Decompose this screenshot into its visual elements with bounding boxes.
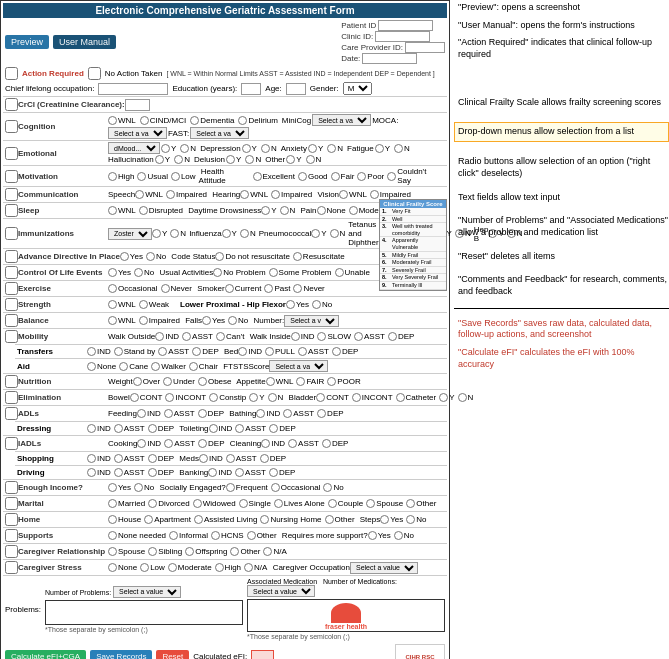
cognition-checkbox[interactable] <box>5 120 18 133</box>
moca-select[interactable]: Select a va <box>108 127 167 139</box>
anxiety-y[interactable]: Y <box>308 144 323 153</box>
other-n[interactable]: N <box>306 155 322 164</box>
exercise-checkbox[interactable] <box>5 282 18 295</box>
motivation-checkbox[interactable] <box>5 170 18 183</box>
immunizations-select[interactable]: Zoster <box>108 228 152 240</box>
no-action-checkbox[interactable] <box>88 67 101 80</box>
efi-value <box>251 650 274 659</box>
caregiver-stress-row: Caregiver Stress None Low Moderate High … <box>3 559 447 575</box>
nutrition-checkbox[interactable] <box>5 375 18 388</box>
strength-checkbox[interactable] <box>5 298 18 311</box>
chief-occupation-input[interactable] <box>98 83 168 95</box>
cognition-wnl[interactable]: WNL <box>108 116 136 125</box>
reset-button[interactable]: Reset <box>156 650 189 659</box>
adls-feeding-row: ADLs Feeding IND ASST DEP Bathing IND AS… <box>3 405 447 421</box>
frailty-item-3: 3. Well with treated comorbidity <box>380 223 446 237</box>
gender-label: Gender: <box>310 84 339 93</box>
adls-checkbox[interactable] <box>5 407 18 420</box>
marital-checkbox[interactable] <box>5 497 18 510</box>
mobility-label: Mobility <box>18 332 108 341</box>
care-provider-input[interactable] <box>405 42 445 53</box>
fast-select[interactable]: Select a va <box>190 127 249 139</box>
communication-label: Communication <box>18 190 108 199</box>
caregiver-occupation-select[interactable]: Select a value <box>350 562 418 574</box>
num-meds-select[interactable]: Select a value <box>247 585 315 597</box>
advance-directive-label: Advance Directive In Place <box>18 252 120 261</box>
crci-checkbox[interactable] <box>5 98 18 111</box>
cognition-delirium[interactable]: Delirium <box>238 116 277 125</box>
communication-checkbox[interactable] <box>5 188 18 201</box>
shopping-label: Shopping <box>17 454 87 463</box>
iadls-driving-row: Driving IND ASST DEP Banking IND ASST DE… <box>15 465 447 479</box>
preview-button[interactable]: Preview <box>5 35 49 49</box>
emotional-checkbox[interactable] <box>5 147 18 160</box>
ftsts-select[interactable]: Select a va <box>269 360 328 372</box>
emotional-select[interactable]: dMood... <box>108 142 160 154</box>
user-manual-button[interactable]: User Manual <box>53 35 116 49</box>
calculate-button[interactable]: Calculate eFI+CGA <box>5 650 86 659</box>
enough-income-checkbox[interactable] <box>5 481 18 494</box>
num-problems-label: Number of Problems: Select a value <box>45 586 243 598</box>
annotation-save-records: "Save Records" saves raw data, calculate… <box>454 318 669 341</box>
balance-row: Balance WNL Impaired Falls Yes No Number… <box>3 312 447 328</box>
falls-number-select[interactable]: Select a v <box>284 315 339 327</box>
adls-label: ADLs <box>18 409 108 418</box>
control-life-checkbox[interactable] <box>5 266 18 279</box>
cognition-cind[interactable]: CIND/MCI <box>140 116 186 125</box>
immunizations-checkbox[interactable] <box>5 227 18 240</box>
iadls-checkbox[interactable] <box>5 437 18 450</box>
home-checkbox[interactable] <box>5 513 18 526</box>
meds-list-box[interactable]: fraser health <box>247 599 445 632</box>
crci-input[interactable] <box>125 99 150 111</box>
hallucination-y[interactable]: Y <box>155 155 170 164</box>
minicog-select[interactable]: Select a va <box>312 114 371 126</box>
sleep-checkbox[interactable] <box>5 204 18 217</box>
sleep-label: Sleep <box>18 206 108 215</box>
depression-y[interactable]: Y <box>242 144 257 153</box>
cognition-label: Cognition <box>18 122 108 131</box>
caregiver-stress-checkbox[interactable] <box>5 561 18 574</box>
age-input[interactable] <box>286 83 306 95</box>
supports-checkbox[interactable] <box>5 529 18 542</box>
adls-dressing-row: Dressing IND ASST DEP Toileting IND ASST… <box>15 421 447 435</box>
caregiver-relationship-checkbox[interactable] <box>5 545 18 558</box>
hallucination-n[interactable]: N <box>174 155 190 164</box>
marital-label: Marital <box>18 499 108 508</box>
annotation-radio: Radio buttons allow selection of an opti… <box>454 156 669 179</box>
delusion-n[interactable]: N <box>245 155 261 164</box>
frailty-scale-box: Clinical Frailty Score 1. Very Fit 2. We… <box>379 199 447 291</box>
date-input[interactable] <box>362 53 417 64</box>
action-required-checkbox[interactable] <box>5 67 18 80</box>
anxiety-n[interactable]: N <box>327 144 343 153</box>
supports-label: Supports <box>18 531 108 540</box>
balance-checkbox[interactable] <box>5 314 18 327</box>
transfers-label: Transfers <box>17 347 87 356</box>
other-y[interactable]: Y <box>286 155 301 164</box>
motivation-row: Motivation High Usual Low Health Attitud… <box>3 165 447 186</box>
chief-occupation-row: Chief lifelong occupation: Education (ye… <box>3 81 447 96</box>
save-button[interactable]: Save Records <box>90 650 152 659</box>
fatigue-y[interactable]: Y <box>375 144 390 153</box>
delusion-y[interactable]: Y <box>226 155 241 164</box>
fatigue-n[interactable]: N <box>394 144 410 153</box>
patient-id-input[interactable] <box>378 20 433 31</box>
caregiver-relationship-label: Caregiver Relationship <box>18 547 108 556</box>
strength-label: Strength <box>18 300 108 309</box>
emotional-yn-n[interactable]: N <box>180 144 196 153</box>
depression-n[interactable]: N <box>261 144 277 153</box>
control-life-label: Control Of Life Events <box>18 268 108 277</box>
mobility-walk-outside-row: Mobility Walk Outside IND ASST Can't Wal… <box>3 328 447 344</box>
annotation-reset: "Reset" deletes all items <box>454 251 669 263</box>
emotional-yn-y[interactable]: Y <box>161 144 176 153</box>
frailty-item-1: 1. Very Fit <box>380 208 446 216</box>
num-problems-select[interactable]: Select a value <box>113 586 181 598</box>
clinic-id-input[interactable] <box>375 31 430 42</box>
problems-list-box[interactable] <box>45 600 243 625</box>
elimination-checkbox[interactable] <box>5 391 18 404</box>
balance-label: Balance <box>18 316 108 325</box>
mobility-checkbox[interactable] <box>5 330 18 343</box>
gender-select[interactable]: MF <box>343 82 372 95</box>
cognition-dementia[interactable]: Dementia <box>190 116 234 125</box>
advance-directive-checkbox[interactable] <box>5 250 18 263</box>
education-input[interactable] <box>241 83 261 95</box>
